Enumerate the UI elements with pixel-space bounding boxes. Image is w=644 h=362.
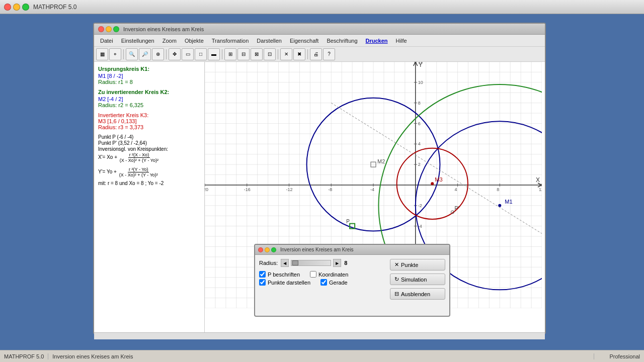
k3-radius: Radius: r3 = 3,373 [98,124,200,130]
punkte-darstellen-label: Punkte darstellen [268,280,310,286]
formula-section: Punkt P (-6 / -4) Punkt P' (3,52 / -2,64… [98,134,200,186]
menu-bar: Datei Einstellungen Zoom Objekte Transfo… [94,35,545,47]
menu-einstellungen[interactable]: Einstellungen [117,37,158,45]
sub-tb-buttons[interactable] [258,247,276,252]
slider-track[interactable] [291,260,331,266]
slider-left-arrow[interactable]: ◄ [281,259,289,267]
title-bar-buttons[interactable] [4,4,29,11]
simulation-button[interactable]: ↻ Simulation [390,274,445,285]
status-description: Inversion eines Kreises am Kreis [48,353,594,359]
gerade-label: Gerade [329,280,348,286]
k1-center: M1 [8 / -2] [98,73,200,79]
radius-label: Radius: [259,260,278,266]
minimize-button[interactable] [13,4,20,11]
p-beschriften-row: P beschriften Koordinaten [259,271,385,278]
punkte-darstellen-checkbox[interactable] [259,279,266,286]
tb-grid-icon[interactable]: ▦ [96,48,108,60]
toolbar-separator-1 [123,49,124,59]
k1-radius: Radius: r1 = 8 [98,79,200,85]
tb-print-icon[interactable]: 🖨 [310,48,322,60]
tb-grid2-icon[interactable]: ⊞ [224,48,236,60]
k3-section: Invertierter Kreis K3: M3 [1,6 / 0,133] … [98,112,200,130]
radius-slider-container[interactable]: ◄ ► [281,259,341,267]
tb-zoom-out-icon[interactable]: 🔍 [126,48,138,60]
sub-right-panel: ✕ Punkte ↻ Simulation ⊟ Ausblenden [390,259,445,300]
sub-close-btn[interactable] [258,247,263,252]
formula1: X'= Xo + r ²(X - Xo) (X - Xo)² + (Y - Yo… [98,152,200,163]
app-title: MATHPROF 5.0 [33,4,76,11]
gerade-checkbox[interactable] [320,279,327,286]
win-minimize-button[interactable] [106,26,112,32]
menu-drucken[interactable]: Drucken [362,37,392,45]
p-beschriften-checkbox[interactable] [259,271,266,278]
tb-select-icon[interactable]: ✥ [169,48,181,60]
menu-hilfe[interactable]: Hilfe [392,37,411,45]
ausblenden-button[interactable]: ⊟ Ausblenden [390,288,445,300]
koordinaten-label: Koordinaten [318,272,348,278]
sub-left-panel: Radius: ◄ ► 8 P beschriften Koordinaten [259,259,385,300]
tb-help-icon[interactable]: ? [323,48,335,60]
tb-close2-icon[interactable]: ✖ [293,48,305,60]
menu-beschriftung[interactable]: Beschriftung [323,37,361,45]
k2-section: Zu invertierender Kreis K2: M2 [-4 / 2] … [98,89,200,108]
sub-max-btn[interactable] [271,247,276,252]
toolbar-separator-3 [222,49,222,59]
punkte-label: Punkte [401,262,418,268]
k3-title: Invertierter Kreis K3: [98,112,200,118]
mit-text: mit: r = 8 und Xo = 8 ; Yo = -2 [98,180,200,186]
window-title: Inversion eines Kreises am Kreis [123,26,204,32]
sub-min-btn[interactable] [265,247,270,252]
menu-objekte[interactable]: Objekte [181,37,208,45]
status-bar: MATHPROF 5.0 Inversion eines Kreises am … [0,350,644,362]
tb-cursor-icon[interactable]: ⌖ [109,48,121,60]
formula2-den: (X - Xo)² + (Y - Yo)² [118,172,159,177]
punkt-p: Punkt P (-6 / -4) [98,134,200,140]
tb-zoom-reset-icon[interactable]: ⊕ [152,48,164,60]
radius-value: 8 [344,260,347,266]
tb-square-icon[interactable]: □ [195,48,207,60]
tb-frame-icon[interactable]: ⊠ [251,48,263,60]
slider-thumb[interactable] [292,260,298,265]
tb-grid3-icon[interactable]: ⊟ [237,48,250,60]
radius-row: Radius: ◄ ► 8 [259,259,385,267]
info-panel: Ursprungskreis K1: M1 [8 / -2] Radius: r… [94,62,205,332]
menu-darstellen[interactable]: Darstellen [253,37,286,45]
formula1-fraction: r ²(X - Xo) (X - Xo)² + (Y - Yo)² [119,152,159,163]
menu-eigenschaft[interactable]: Eigenschaft [286,37,323,45]
menu-zoom[interactable]: Zoom [158,37,181,45]
k2-center: M2 [-4 / 2] [98,96,200,102]
formula1-lhs: X'= Xo + [98,154,119,160]
koordinaten-checkbox[interactable] [310,271,316,278]
tb-frame2-icon[interactable]: ⊡ [264,48,276,60]
tb-rect2-icon[interactable]: ▬ [208,48,220,60]
maximize-button[interactable] [22,4,29,11]
punkte-button[interactable]: ✕ Punkte [390,259,445,270]
app-title-bar: MATHPROF 5.0 [0,0,644,14]
tb-close-icon[interactable]: ✕ [280,48,292,60]
menu-transformation[interactable]: Transformation [208,37,253,45]
punkte-icon: ✕ [394,261,399,268]
toolbar-separator-5 [307,49,308,59]
slider-right-arrow[interactable]: ► [333,259,341,267]
formula2-num: r ²(Y - Yo) [128,167,149,172]
horizontal-scrollbar[interactable] [94,332,545,339]
tb-rect-icon[interactable]: ▭ [182,48,194,60]
k1-title: Ursprungskreis K1: [98,66,200,72]
menu-datei[interactable]: Datei [96,37,117,45]
k2-title: Zu invertierender Kreis K2: [98,89,200,95]
formula2-lhs: Y'= Yo + [98,169,118,174]
k2-radius: Radius: r2 = 6,325 [98,102,200,108]
ausblenden-label: Ausblenden [401,291,430,297]
sub-titlebar: Inversion eines Kreises am Kreis [255,245,449,255]
tb-zoom-in-icon[interactable]: 🔎 [139,48,151,60]
win-maximize-button[interactable] [113,26,119,32]
toolbar-separator-4 [278,49,278,59]
formula1-num: r ²(X - Xo) [128,152,150,158]
close-button[interactable] [4,4,11,11]
win-titlebar-buttons[interactable] [98,26,119,32]
formula2: Y'= Yo + r ²(Y - Yo) (X - Xo)² + (Y - Yo… [98,167,200,177]
sub-window-title: Inversion eines Kreises am Kreis [280,247,354,252]
sub-window-content: Radius: ◄ ► 8 P beschriften Koordinaten [255,255,449,304]
status-app-name: MATHPROF 5.0 [0,353,48,359]
win-close-button[interactable] [98,26,104,32]
